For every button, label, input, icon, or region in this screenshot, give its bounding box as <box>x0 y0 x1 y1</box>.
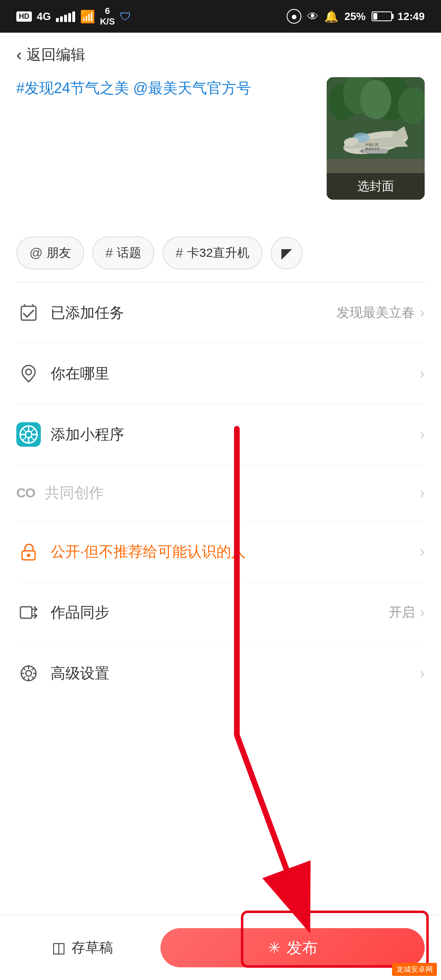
battery-icon <box>372 11 392 21</box>
top-nav: ‹ 返回编辑 <box>0 33 441 77</box>
hash2-icon: # <box>176 245 183 261</box>
menu-section: 已添加任务 发现最美立春 › 你在哪里 › 添加小程序 › CO 共同创 <box>0 283 441 704</box>
draft-label: 存草稿 <box>71 938 113 957</box>
wifi-icon: 📶 <box>80 9 95 24</box>
hd-badge: HD <box>16 11 32 22</box>
network-label: 4G <box>37 10 51 23</box>
miniapp-chevron: › <box>420 426 425 443</box>
vpn-icon: 🛡 <box>120 10 131 23</box>
location-label: 你在哪里 <box>51 364 420 384</box>
hash-icon: # <box>105 245 113 261</box>
save-draft-button[interactable]: ◫ 存草稿 <box>16 928 148 967</box>
svg-text:解放军空军: 解放军空军 <box>365 147 380 151</box>
watermark: 龙城安卓网 <box>392 963 437 976</box>
cover-label[interactable]: 选封面 <box>327 173 425 200</box>
status-right: ● 👁 🔔 25% 12:49 <box>287 9 425 24</box>
sync-label: 作品同步 <box>51 603 389 623</box>
back-label: 返回编辑 <box>27 45 85 65</box>
mute-icon: 🔔 <box>324 10 339 23</box>
at-icon: @ <box>29 245 42 261</box>
back-button[interactable]: ‹ 返回编辑 <box>16 45 85 65</box>
svg-text:中国人民: 中国人民 <box>365 143 379 147</box>
post-text-area[interactable]: #发现24节气之美 @最美天气官方号 <box>16 77 314 224</box>
advanced-icon <box>16 661 41 686</box>
task-label: 已添加任务 <box>51 303 336 323</box>
advanced-chevron: › <box>420 665 425 682</box>
svg-rect-22 <box>20 607 32 618</box>
topic-button[interactable]: # 话题 <box>92 236 154 270</box>
sync-icon <box>16 600 41 625</box>
draft-icon: ◫ <box>52 939 66 956</box>
status-bar: HD 4G 📶 6K/S 🛡 ● 👁 🔔 25% 12:49 <box>0 0 441 33</box>
location-row[interactable]: 你在哪里 › <box>16 343 425 404</box>
topic-label: 话题 <box>117 245 141 261</box>
watermark-text: 龙城安卓网 <box>392 963 437 976</box>
post-text: #发现24节气之美 @最美天气官方号 <box>16 77 314 99</box>
svg-point-17 <box>26 369 31 375</box>
back-arrow-icon: ‹ <box>16 46 22 64</box>
privacy-chevron: › <box>420 543 425 560</box>
publish-label: 发布 <box>287 938 318 958</box>
advanced-label: 高级设置 <box>51 664 420 684</box>
screenshot-icon: ◤ <box>281 245 292 261</box>
bottom-spacer <box>0 704 441 777</box>
sync-row[interactable]: 作品同步 开启 › <box>16 582 425 643</box>
miniapp-icon <box>16 422 41 447</box>
screen-record-icon: ● <box>287 9 301 24</box>
thumbnail-container[interactable]: 中国人民 解放军空军 选封面 <box>327 77 425 200</box>
tag-row: @ 朋友 # 话题 # 卡32直升机 ◤ <box>0 224 441 282</box>
task-chevron: › <box>420 304 425 321</box>
advanced-row[interactable]: 高级设置 › <box>16 643 425 704</box>
status-left: HD 4G 📶 6K/S 🛡 <box>16 6 131 27</box>
network-speed: 6K/S <box>100 6 115 27</box>
eye-icon: 👁 <box>307 10 318 23</box>
clock: 12:49 <box>398 10 425 23</box>
cocreation-chevron: › <box>420 485 425 502</box>
mention-friends-button[interactable]: @ 朋友 <box>16 236 84 270</box>
privacy-icon <box>16 539 41 564</box>
co-icon: CO <box>16 486 35 501</box>
sync-value: 开启 <box>389 604 415 621</box>
svg-point-5 <box>360 80 391 119</box>
cocreation-label: 共同创作 <box>45 483 420 503</box>
battery-percent: 25% <box>344 10 365 23</box>
sync-chevron: › <box>420 604 425 621</box>
publish-button[interactable]: ✳ 发布 <box>160 928 425 967</box>
content-area: #发现24节气之美 @最美天气官方号 <box>0 77 441 224</box>
publish-icon: ✳ <box>268 939 281 957</box>
signal-bars <box>56 11 75 22</box>
task-row[interactable]: 已添加任务 发现最美立春 › <box>16 283 425 343</box>
task-icon <box>16 301 41 325</box>
mention-label: 朋友 <box>47 245 71 261</box>
bottom-bar: ◫ 存草稿 ✳ 发布 <box>0 915 441 980</box>
privacy-label: 公开·但不推荐给可能认识的人 <box>51 542 420 562</box>
location-icon <box>16 361 41 386</box>
miniapp-row[interactable]: 添加小程序 › <box>16 404 425 465</box>
hashtag-label: 卡32直升机 <box>187 245 249 261</box>
svg-point-24 <box>26 670 31 676</box>
task-value: 发现最美立春 <box>336 304 415 322</box>
screenshot-button[interactable]: ◤ <box>271 237 303 270</box>
miniapp-label: 添加小程序 <box>51 425 420 445</box>
cocreation-row[interactable]: CO 共同创作 › <box>16 465 425 521</box>
location-chevron: › <box>420 365 425 382</box>
hashtag-button[interactable]: # 卡32直升机 <box>163 236 263 270</box>
privacy-row[interactable]: 公开·但不推荐给可能认识的人 › <box>16 521 425 582</box>
svg-point-21 <box>27 554 30 557</box>
